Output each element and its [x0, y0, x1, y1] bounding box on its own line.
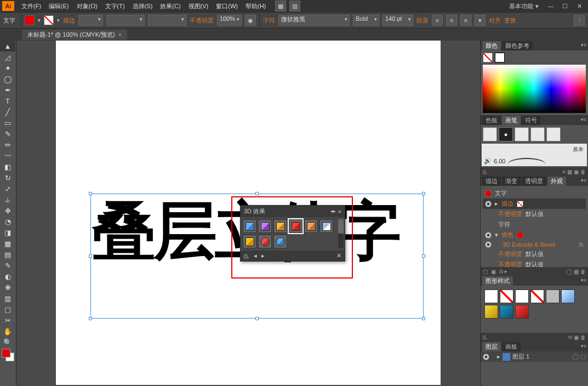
preset-4[interactable]: [289, 219, 302, 233]
fx-icon[interactable]: fx▾: [499, 269, 506, 275]
preset-3[interactable]: [273, 219, 287, 233]
brush-lib-icon[interactable]: ⎙.: [483, 169, 488, 175]
brush-preset-3[interactable]: ·: [515, 127, 529, 141]
brush-preset-2[interactable]: ●: [499, 127, 513, 141]
gs-preset-5[interactable]: [546, 290, 560, 303]
appearance-more-icon[interactable]: ◯ ▦ 🗑: [566, 269, 586, 275]
scale-tool[interactable]: ⤢: [0, 183, 15, 194]
menu-help[interactable]: 帮助(H): [242, 2, 270, 10]
layers-menu-icon[interactable]: ▾≡: [581, 343, 586, 349]
stroke-profile[interactable]: [106, 15, 145, 26]
pen-tool[interactable]: ✒: [0, 84, 15, 95]
align-menu-icon[interactable]: ▾: [475, 15, 486, 26]
appearance-stroke-row[interactable]: ▸ 描边: [483, 198, 586, 209]
tab-artboards[interactable]: 画板: [502, 342, 521, 351]
menu-file[interactable]: 文件(F): [18, 2, 45, 10]
appearance-3d-row[interactable]: 3D Extrude & Bevel fx: [483, 240, 586, 249]
gs-preset-1[interactable]: [484, 290, 498, 303]
brush-panel-menu-icon[interactable]: ▾≡: [581, 117, 586, 122]
preset-9[interactable]: [273, 235, 287, 248]
appearance-opacity-row[interactable]: 不透明度 默认值: [483, 209, 586, 219]
menu-type[interactable]: 文字(T): [101, 2, 129, 10]
preset-7[interactable]: [243, 235, 256, 248]
close-tab-icon[interactable]: ×: [118, 31, 122, 38]
direct-selection-tool[interactable]: ◿: [0, 52, 15, 63]
tab-color[interactable]: 颜色: [482, 41, 501, 50]
slice-tool[interactable]: ✂: [0, 315, 15, 326]
layer-name[interactable]: 图层 1: [512, 353, 529, 361]
panel-3d-lib-icon[interactable]: ⎙.: [244, 253, 249, 259]
preset-scrollbar[interactable]: [338, 219, 344, 248]
panel-3d-header[interactable]: 3D 效果 ◂▸ ×: [241, 206, 345, 217]
mesh-tool[interactable]: ▦: [0, 238, 15, 249]
preset-6[interactable]: [319, 219, 333, 233]
appearance-panel-menu-icon[interactable]: ▾≡: [581, 178, 586, 183]
hand-tool[interactable]: ✋: [0, 326, 15, 337]
menu-view[interactable]: 视图(V): [185, 2, 213, 10]
brush-opt-icon[interactable]: ✕ ▦ ▣ 🗑: [562, 169, 586, 175]
spectrum-picker[interactable]: [483, 65, 586, 113]
brush-preset-4[interactable]: ·: [530, 127, 545, 141]
preset-1[interactable]: [243, 219, 256, 233]
brush-size-value[interactable]: 6.00: [494, 158, 505, 164]
panel-3d-break-icon[interactable]: ✕: [336, 252, 341, 259]
appearance-opacity-row-2[interactable]: 不透明度 默认值: [483, 249, 586, 259]
document-tab[interactable]: 未标题-1* @ 100% (CMYK/预览) ×: [22, 30, 127, 40]
font-weight[interactable]: Bold: [353, 15, 379, 26]
opacity-value[interactable]: 100%: [217, 15, 242, 26]
new-stroke-icon[interactable]: ▢: [483, 269, 488, 275]
brush-preset-5[interactable]: [546, 127, 561, 141]
menu-object[interactable]: 对象(O): [73, 2, 101, 10]
preset-2[interactable]: [258, 219, 272, 233]
gs-preset-4[interactable]: [530, 290, 544, 303]
type-tool[interactable]: T: [0, 95, 15, 106]
visibility-icon[interactable]: [485, 232, 492, 239]
menu-select[interactable]: 选择(S): [129, 2, 157, 10]
blend-tool[interactable]: ◐: [0, 271, 15, 282]
recolor-icon[interactable]: ◉: [245, 15, 256, 26]
line-tool[interactable]: ╱: [0, 106, 15, 117]
shape-builder-tool[interactable]: ◔: [0, 216, 15, 227]
transform-label[interactable]: 变换: [504, 16, 516, 25]
opacity-label[interactable]: 不透明度: [190, 16, 214, 25]
maximize-button[interactable]: ☐: [558, 1, 572, 11]
eyedropper-tool[interactable]: ✎: [0, 260, 15, 271]
appearance-fill-row[interactable]: ▾ 填色: [483, 230, 586, 240]
lasso-tool[interactable]: ◯: [0, 73, 15, 84]
graph-tool[interactable]: ▥: [0, 293, 15, 304]
align-left-icon[interactable]: ≡: [432, 15, 443, 26]
tab-symbols[interactable]: 符号: [522, 116, 540, 125]
brush-def[interactable]: [148, 15, 186, 26]
paintbrush-tool[interactable]: ✎: [0, 128, 15, 139]
panel-3d-effects[interactable]: 3D 效果 ◂▸ × ⎙. ◂ ▸: [240, 205, 345, 262]
panel-3d-close-icon[interactable]: ×: [338, 208, 341, 215]
tab-stroke[interactable]: 描边: [482, 177, 501, 186]
preset-8[interactable]: [258, 235, 272, 248]
perspective-tool[interactable]: ◨: [0, 227, 15, 238]
paragraph-label[interactable]: 段落: [416, 16, 429, 25]
gs-preset-8[interactable]: [500, 305, 513, 319]
zoom-tool[interactable]: 🔍: [0, 337, 15, 348]
brush-basic-strip[interactable]: 基本: [482, 144, 587, 156]
pencil-tool[interactable]: ✏: [0, 139, 15, 150]
gs-preset-2[interactable]: [500, 290, 513, 303]
fill-stroke-colors[interactable]: [0, 349, 16, 363]
tab-transparency[interactable]: 透明度: [522, 177, 546, 186]
artboard-tool[interactable]: ▢: [0, 304, 15, 315]
char-label[interactable]: 字符: [263, 16, 275, 25]
visibility-icon[interactable]: [485, 241, 492, 248]
gs-preset-9[interactable]: [515, 305, 529, 319]
tab-brushes[interactable]: 画笔: [502, 116, 521, 125]
gs-preset-6[interactable]: [561, 290, 575, 303]
graphic-styles-menu-icon[interactable]: ▾≡: [581, 277, 586, 283]
new-fill-icon[interactable]: ▣: [491, 269, 496, 275]
visibility-icon[interactable]: [485, 201, 492, 207]
gs-preset-3[interactable]: [515, 290, 529, 303]
tab-color-guide[interactable]: 颜色参考: [502, 41, 533, 50]
align-center-icon[interactable]: ≡: [446, 15, 457, 26]
expand-icon[interactable]: ▸: [497, 353, 500, 360]
tab-swatches[interactable]: 色板: [482, 116, 501, 125]
menu-window[interactable]: 窗口(W): [212, 2, 242, 10]
brush-preset-1[interactable]: ·: [483, 127, 497, 141]
gradient-tool[interactable]: ▤: [0, 249, 15, 260]
